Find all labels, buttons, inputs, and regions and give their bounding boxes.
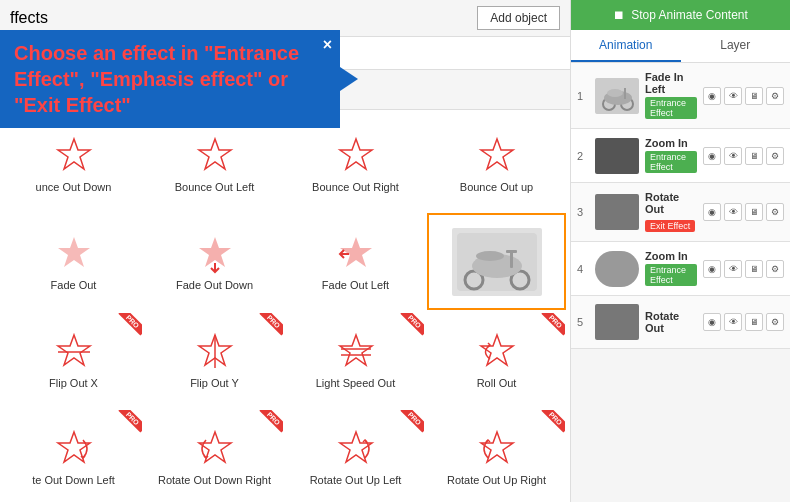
effect-bounce-out-up[interactable]: Bounce Out up	[427, 116, 566, 211]
layer-ctrl-2d[interactable]: ⚙	[766, 147, 784, 165]
effect-light-speed-out[interactable]: Light Speed Out	[286, 312, 425, 407]
layer-ctrl-3c[interactable]: 🖥	[745, 203, 763, 221]
layer-item-3[interactable]: 3 Rotate Out Exit Effect ◉ 👁 🖥 ⚙	[571, 183, 790, 242]
layer-num-2: 2	[577, 150, 589, 162]
effect-rotate-out-up-left[interactable]: Rotate Out Up Left	[286, 409, 425, 502]
layer-thumb-1	[595, 78, 639, 114]
layer-controls-1: ◉ 👁 🖥 ⚙	[703, 87, 784, 105]
svg-marker-27	[481, 432, 513, 462]
layer-ctrl-4b[interactable]: 👁	[724, 260, 742, 278]
effect-flip-out-y[interactable]: Flip Out Y	[145, 312, 284, 407]
bounce-out-up-label: Bounce Out up	[460, 181, 533, 194]
layer-ctrl-2a[interactable]: ◉	[703, 147, 721, 165]
svg-marker-20	[340, 335, 372, 365]
pro-ribbon-rotate-down-right	[259, 410, 283, 434]
effect-bounce-out-right[interactable]: Bounce Out Right	[286, 116, 425, 211]
layer-ctrl-2c[interactable]: 🖥	[745, 147, 763, 165]
bounce-out-right-label: Bounce Out Right	[312, 181, 399, 194]
effect-roll-out[interactable]: Roll Out	[427, 312, 566, 407]
svg-marker-26	[340, 432, 372, 462]
layer-ctrl-2b[interactable]: 👁	[724, 147, 742, 165]
stop-icon: ⏹	[613, 8, 625, 22]
flip-out-y-icon	[194, 331, 236, 373]
fade-out-label: Fade Out	[51, 279, 97, 292]
rotate-out-down-right-icon	[194, 428, 236, 470]
tooltip-close-button[interactable]: ×	[323, 36, 332, 54]
light-speed-out-icon	[335, 331, 377, 373]
effect-scooter-selected[interactable]	[427, 213, 566, 309]
layer-list: 1 Fade In Left Entrance Effect	[571, 63, 790, 502]
tooltip-text: Choose an effect in "Entrance Effect", "…	[14, 40, 326, 118]
rotate-out-up-right-label: Rotate Out Up Right	[447, 474, 546, 487]
layer-badge-1: Entrance Effect	[645, 97, 697, 119]
layer-name-4: Zoom In	[645, 250, 697, 262]
svg-marker-24	[58, 432, 90, 462]
layer-name-1: Fade In Left	[645, 71, 697, 95]
layer-info-3: Rotate Out Exit Effect	[645, 191, 697, 233]
layer-item-4[interactable]: 4 Zoom In Entrance Effect ◉ 👁 🖥 ⚙	[571, 242, 790, 296]
add-object-button[interactable]: Add object	[477, 6, 560, 30]
effect-rotate-out-down-left[interactable]: te Out Down Left	[4, 409, 143, 502]
layer-name-3: Rotate Out	[645, 191, 697, 215]
right-panel: ⏹ Stop Animate Content Animation Layer 1	[570, 0, 790, 502]
rotate-out-down-left-icon	[53, 428, 95, 470]
rotate-out-up-left-icon	[335, 428, 377, 470]
pro-ribbon-flip-y	[259, 313, 283, 337]
effect-fade-out[interactable]: Fade Out	[4, 213, 143, 309]
stop-animate-label: Stop Animate Content	[631, 8, 748, 22]
layer-info-5: Rotate Out	[645, 310, 697, 334]
layer-ctrl-5b[interactable]: 👁	[724, 313, 742, 331]
rotate-out-up-right-icon	[476, 428, 518, 470]
effect-rotate-out-down-right[interactable]: Rotate Out Down Right	[145, 409, 284, 502]
layer-ctrl-5a[interactable]: ◉	[703, 313, 721, 331]
effect-bounce-out-left[interactable]: Bounce Out Left	[145, 116, 284, 211]
layer-ctrl-3a[interactable]: ◉	[703, 203, 721, 221]
left-panel: ffects Add object Choose an effect in "E…	[0, 0, 570, 502]
layer-info-4: Zoom In Entrance Effect	[645, 250, 697, 287]
layer-ctrl-4c[interactable]: 🖥	[745, 260, 763, 278]
effect-fade-out-down[interactable]: Fade Out Down	[145, 213, 284, 309]
tab-layer[interactable]: Layer	[681, 30, 791, 62]
layer-ctrl-3b[interactable]: 👁	[724, 203, 742, 221]
svg-marker-3	[481, 139, 513, 169]
svg-marker-25	[199, 432, 231, 462]
layer-ctrl-1c[interactable]: 🖥	[745, 87, 763, 105]
layer-item-5[interactable]: 5 Rotate Out ◉ 👁 🖥 ⚙	[571, 296, 790, 349]
layer-info-1: Fade In Left Entrance Effect	[645, 71, 697, 120]
layer-item-1[interactable]: 1 Fade In Left Entrance Effect	[571, 63, 790, 129]
svg-marker-2	[340, 139, 372, 169]
svg-marker-1	[199, 139, 231, 169]
stop-animate-button[interactable]: ⏹ Stop Animate Content	[571, 0, 790, 30]
layer-ctrl-5c[interactable]: 🖥	[745, 313, 763, 331]
flip-out-x-label: Flip Out X	[49, 377, 98, 390]
layer-name-2: Zoom In	[645, 137, 697, 149]
rotate-out-down-right-label: Rotate Out Down Right	[158, 474, 271, 487]
tab-animation[interactable]: Animation	[571, 30, 681, 62]
layer-controls-4: ◉ 👁 🖥 ⚙	[703, 260, 784, 278]
fade-out-icon	[53, 233, 95, 275]
effect-rotate-out-up-right[interactable]: Rotate Out Up Right	[427, 409, 566, 502]
layer-ctrl-4a[interactable]: ◉	[703, 260, 721, 278]
layer-thumb-4	[595, 251, 639, 287]
layer-ctrl-4d[interactable]: ⚙	[766, 260, 784, 278]
fade-out-down-label: Fade Out Down	[176, 279, 253, 292]
light-speed-out-label: Light Speed Out	[316, 377, 396, 390]
layer-ctrl-5d[interactable]: ⚙	[766, 313, 784, 331]
svg-marker-0	[58, 139, 90, 169]
svg-rect-33	[624, 88, 626, 99]
layer-item-2[interactable]: 2 Zoom In Entrance Effect ◉ 👁 🖥 ⚙	[571, 129, 790, 183]
bounce-out-down-icon	[53, 135, 95, 177]
layer-ctrl-1d[interactable]: ⚙	[766, 87, 784, 105]
effect-flip-out-x[interactable]: Flip Out X	[4, 312, 143, 407]
bounce-out-up-icon	[476, 135, 518, 177]
layer-ctrl-3d[interactable]: ⚙	[766, 203, 784, 221]
svg-marker-5	[199, 237, 231, 267]
effect-bounce-out-down[interactable]: unce Out Down	[4, 116, 143, 211]
layer-badge-2: Entrance Effect	[645, 151, 697, 173]
layer-badge-4: Entrance Effect	[645, 264, 697, 286]
layer-thumb-2	[595, 138, 639, 174]
layer-ctrl-1a[interactable]: ◉	[703, 87, 721, 105]
layer-thumb-3	[595, 194, 639, 230]
layer-ctrl-1b[interactable]: 👁	[724, 87, 742, 105]
effect-fade-out-left[interactable]: Fade Out Left	[286, 213, 425, 309]
